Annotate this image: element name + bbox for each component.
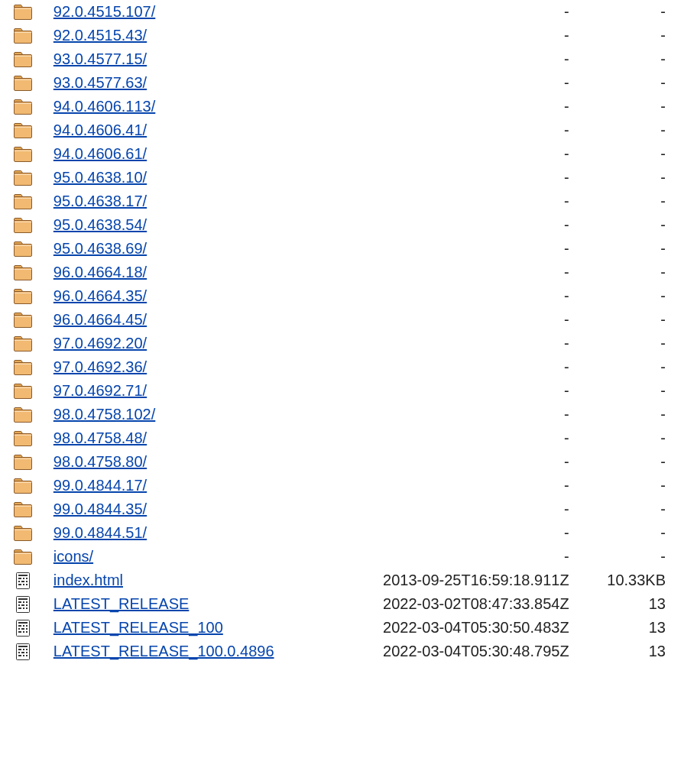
icon-cell <box>0 237 44 261</box>
folder-link[interactable]: 94.0.4606.113/ <box>53 98 155 115</box>
folder-icon <box>14 501 40 518</box>
name-cell: index.html <box>44 569 336 592</box>
folder-link[interactable]: 97.0.4692.71/ <box>53 382 147 399</box>
binary-file-icon <box>14 620 40 637</box>
table-row: 97.0.4692.71/-- <box>0 379 684 403</box>
last-modified-cell: - <box>336 237 574 261</box>
folder-icon <box>14 264 40 281</box>
table-row: 99.0.4844.35/-- <box>0 497 684 521</box>
folder-icon <box>14 359 40 376</box>
folder-link[interactable]: 94.0.4606.61/ <box>53 145 147 162</box>
icon-cell <box>0 616 44 640</box>
last-modified-cell: 2022-03-04T05:30:50.483Z <box>336 616 574 640</box>
table-row: 95.0.4638.17/-- <box>0 190 684 213</box>
file-link[interactable]: LATEST_RELEASE_100 <box>53 619 223 636</box>
folder-link[interactable]: 99.0.4844.35/ <box>53 501 147 517</box>
last-modified-cell: - <box>336 24 574 47</box>
icon-cell <box>0 47 44 71</box>
icon-cell <box>0 190 44 213</box>
name-cell: 97.0.4692.20/ <box>44 332 336 355</box>
table-row: 98.0.4758.80/-- <box>0 450 684 474</box>
icon-cell <box>0 640 44 663</box>
size-cell: - <box>574 71 684 95</box>
size-cell: - <box>574 332 684 355</box>
folder-icon <box>14 312 40 329</box>
icon-cell <box>0 403 44 426</box>
folder-link[interactable]: 94.0.4606.41/ <box>53 121 147 138</box>
folder-link[interactable]: 96.0.4664.18/ <box>53 264 147 280</box>
icon-cell <box>0 450 44 474</box>
folder-icon <box>14 525 40 542</box>
folder-link[interactable]: 93.0.4577.63/ <box>53 74 147 91</box>
folder-link[interactable]: 95.0.4638.10/ <box>53 169 147 186</box>
size-cell: - <box>574 308 684 332</box>
table-row: 93.0.4577.15/-- <box>0 47 684 71</box>
size-cell: - <box>574 379 684 403</box>
table-row: 95.0.4638.54/-- <box>0 213 684 237</box>
folder-link[interactable]: 95.0.4638.69/ <box>53 240 147 257</box>
file-link[interactable]: index.html <box>53 572 123 588</box>
size-cell: - <box>574 237 684 261</box>
table-row: 97.0.4692.20/-- <box>0 332 684 355</box>
icon-cell <box>0 308 44 332</box>
name-cell: icons/ <box>44 545 336 569</box>
name-cell: 97.0.4692.36/ <box>44 355 336 379</box>
name-cell: 99.0.4844.17/ <box>44 474 336 497</box>
last-modified-cell: - <box>336 450 574 474</box>
icon-cell <box>0 545 44 569</box>
name-cell: LATEST_RELEASE_100.0.4896 <box>44 640 336 663</box>
size-cell: - <box>574 166 684 190</box>
folder-link[interactable]: 92.0.4515.107/ <box>53 3 155 20</box>
table-row: 94.0.4606.41/-- <box>0 118 684 142</box>
folder-link[interactable]: 93.0.4577.15/ <box>53 50 147 67</box>
table-row: 95.0.4638.69/-- <box>0 237 684 261</box>
icon-cell <box>0 355 44 379</box>
table-row: 97.0.4692.36/-- <box>0 355 684 379</box>
folder-icon <box>14 478 40 494</box>
folder-icon <box>14 241 40 258</box>
last-modified-cell: - <box>336 545 574 569</box>
size-cell: - <box>574 426 684 450</box>
icon-cell <box>0 379 44 403</box>
folder-icon <box>14 99 40 115</box>
table-row: 99.0.4844.51/-- <box>0 521 684 545</box>
folder-link[interactable]: 98.0.4758.80/ <box>53 453 147 470</box>
name-cell: 98.0.4758.102/ <box>44 403 336 426</box>
folder-link[interactable]: 98.0.4758.102/ <box>53 406 155 423</box>
table-row: 92.0.4515.43/-- <box>0 24 684 47</box>
last-modified-cell: 2013-09-25T16:59:18.911Z <box>336 569 574 592</box>
folder-link[interactable]: 99.0.4844.51/ <box>53 524 147 541</box>
binary-file-icon <box>14 643 40 660</box>
folder-link[interactable]: 92.0.4515.43/ <box>53 27 147 44</box>
table-row: 96.0.4664.45/-- <box>0 308 684 332</box>
name-cell: 97.0.4692.71/ <box>44 379 336 403</box>
folder-link[interactable]: 96.0.4664.35/ <box>53 287 147 304</box>
name-cell: 94.0.4606.41/ <box>44 118 336 142</box>
folder-link[interactable]: icons/ <box>53 548 93 565</box>
icon-cell <box>0 24 44 47</box>
folder-link[interactable]: 98.0.4758.48/ <box>53 429 147 446</box>
file-link[interactable]: LATEST_RELEASE <box>53 595 189 612</box>
table-row: 94.0.4606.113/-- <box>0 95 684 118</box>
last-modified-cell: - <box>336 142 574 166</box>
folder-link[interactable]: 95.0.4638.54/ <box>53 216 147 233</box>
folder-link[interactable]: 95.0.4638.17/ <box>53 193 147 209</box>
last-modified-cell: - <box>336 332 574 355</box>
last-modified-cell: - <box>336 426 574 450</box>
size-cell: - <box>574 497 684 521</box>
last-modified-cell: - <box>336 403 574 426</box>
last-modified-cell: - <box>336 261 574 284</box>
folder-link[interactable]: 99.0.4844.17/ <box>53 477 147 494</box>
file-link[interactable]: LATEST_RELEASE_100.0.4896 <box>53 643 274 659</box>
folder-icon <box>14 383 40 400</box>
folder-icon <box>14 217 40 234</box>
size-cell: - <box>574 47 684 71</box>
table-row: 96.0.4664.35/-- <box>0 284 684 308</box>
last-modified-cell: - <box>336 47 574 71</box>
name-cell: 95.0.4638.69/ <box>44 237 336 261</box>
icon-cell <box>0 592 44 616</box>
last-modified-cell: - <box>336 190 574 213</box>
folder-link[interactable]: 97.0.4692.20/ <box>53 335 147 352</box>
folder-link[interactable]: 97.0.4692.36/ <box>53 358 147 375</box>
folder-link[interactable]: 96.0.4664.45/ <box>53 311 147 328</box>
